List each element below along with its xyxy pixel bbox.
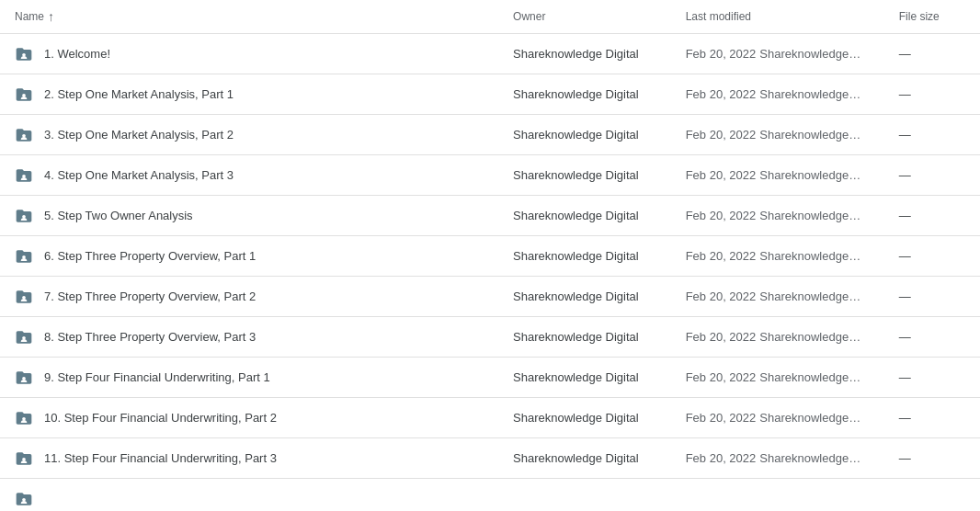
file-name: 1. Welcome! bbox=[44, 47, 110, 61]
modified-date: Feb 20, 2022 bbox=[686, 451, 757, 465]
modified-by: Shareknowledge ... bbox=[759, 47, 860, 61]
file-name: 11. Step Four Financial Underwriting, Pa… bbox=[44, 451, 277, 465]
table-row[interactable] bbox=[0, 479, 980, 512]
shared-folder-icon bbox=[15, 490, 33, 508]
name-cell: 5. Step Two Owner Analysis bbox=[0, 196, 498, 236]
owner-cell: Shareknowledge Digital bbox=[498, 438, 671, 479]
modified-by: Shareknowledge ... bbox=[759, 209, 860, 222]
size-cell: — bbox=[884, 196, 980, 236]
owner-column-header[interactable]: Owner bbox=[498, 0, 671, 34]
owner-cell: Shareknowledge Digital bbox=[498, 277, 671, 317]
modified-by: Shareknowledge ... bbox=[759, 168, 860, 182]
name-cell: 3. Step One Market Analysis, Part 2 bbox=[0, 115, 498, 155]
size-cell: — bbox=[884, 236, 980, 277]
owner-cell: Shareknowledge Digital bbox=[498, 115, 671, 155]
name-cell: 7. Step Three Property Overview, Part 2 bbox=[0, 277, 498, 317]
shared-folder-icon bbox=[15, 85, 33, 104]
name-cell: 4. Step One Market Analysis, Part 3 bbox=[0, 155, 498, 196]
shared-folder-icon bbox=[15, 409, 33, 427]
modified-by: Shareknowledge ... bbox=[759, 411, 860, 425]
name-cell: 8. Step Three Property Overview, Part 3 bbox=[0, 317, 498, 358]
modified-cell: Feb 20, 2022Shareknowledge ... bbox=[671, 155, 884, 196]
name-cell: 11. Step Four Financial Underwriting, Pa… bbox=[0, 438, 498, 479]
modified-date: Feb 20, 2022 bbox=[686, 209, 757, 222]
name-cell: 2. Step One Market Analysis, Part 1 bbox=[0, 74, 498, 115]
modified-cell: Feb 20, 2022Shareknowledge ... bbox=[671, 358, 884, 398]
file-list-table: Name ↑ Owner Last modified File size 1. … bbox=[0, 0, 980, 511]
owner-cell: Shareknowledge Digital bbox=[498, 34, 671, 74]
file-name: 10. Step Four Financial Underwriting, Pa… bbox=[44, 411, 277, 425]
table-row[interactable]: 6. Step Three Property Overview, Part 1S… bbox=[0, 236, 980, 277]
owner-cell: Shareknowledge Digital bbox=[498, 74, 671, 115]
shared-folder-icon bbox=[15, 126, 33, 144]
owner-cell: Shareknowledge Digital bbox=[498, 196, 671, 236]
shared-folder-icon bbox=[15, 166, 33, 185]
size-cell: — bbox=[884, 358, 980, 398]
modified-cell: Feb 20, 2022Shareknowledge ... bbox=[671, 438, 884, 479]
modified-cell: Feb 20, 2022Shareknowledge ... bbox=[671, 74, 884, 115]
name-cell bbox=[0, 479, 498, 512]
modified-by: Shareknowledge ... bbox=[759, 128, 860, 142]
name-cell: 9. Step Four Financial Underwriting, Par… bbox=[0, 358, 498, 398]
name-cell: 10. Step Four Financial Underwriting, Pa… bbox=[0, 398, 498, 438]
name-cell: 1. Welcome! bbox=[0, 34, 498, 74]
modified-cell bbox=[671, 479, 884, 512]
table-row[interactable]: 10. Step Four Financial Underwriting, Pa… bbox=[0, 398, 980, 438]
size-cell: — bbox=[884, 155, 980, 196]
table-row[interactable]: 9. Step Four Financial Underwriting, Par… bbox=[0, 358, 980, 398]
table-row[interactable]: 3. Step One Market Analysis, Part 2Share… bbox=[0, 115, 980, 155]
table-row[interactable]: 1. Welcome!Shareknowledge DigitalFeb 20,… bbox=[0, 34, 980, 74]
name-column-header[interactable]: Name ↑ bbox=[0, 0, 498, 34]
table-row[interactable]: 11. Step Four Financial Underwriting, Pa… bbox=[0, 438, 980, 479]
modified-by: Shareknowledge ... bbox=[759, 330, 860, 344]
owner-cell: Shareknowledge Digital bbox=[498, 236, 671, 277]
shared-folder-icon bbox=[15, 369, 33, 387]
last-modified-column-header[interactable]: Last modified bbox=[671, 0, 884, 34]
table-row[interactable]: 8. Step Three Property Overview, Part 3S… bbox=[0, 317, 980, 358]
modified-date: Feb 20, 2022 bbox=[686, 290, 757, 303]
modified-cell: Feb 20, 2022Shareknowledge ... bbox=[671, 277, 884, 317]
size-cell: — bbox=[884, 317, 980, 358]
size-cell: — bbox=[884, 115, 980, 155]
shared-folder-icon bbox=[15, 207, 33, 225]
sort-ascending-icon: ↑ bbox=[48, 9, 54, 24]
shared-folder-icon bbox=[15, 449, 33, 468]
file-name: 6. Step Three Property Overview, Part 1 bbox=[44, 249, 256, 263]
modified-date: Feb 20, 2022 bbox=[686, 411, 757, 425]
modified-by: Shareknowledge ... bbox=[759, 87, 860, 101]
file-name: 8. Step Three Property Overview, Part 3 bbox=[44, 330, 256, 344]
file-name: 2. Step One Market Analysis, Part 1 bbox=[44, 87, 234, 101]
size-cell bbox=[884, 479, 980, 512]
table-row[interactable]: 2. Step One Market Analysis, Part 1Share… bbox=[0, 74, 980, 115]
modified-cell: Feb 20, 2022Shareknowledge ... bbox=[671, 236, 884, 277]
size-cell: — bbox=[884, 438, 980, 479]
shared-folder-icon bbox=[15, 288, 33, 306]
modified-cell: Feb 20, 2022Shareknowledge ... bbox=[671, 34, 884, 74]
table-row[interactable]: 7. Step Three Property Overview, Part 2S… bbox=[0, 277, 980, 317]
file-size-column-header[interactable]: File size bbox=[884, 0, 980, 34]
size-cell: — bbox=[884, 277, 980, 317]
modified-cell: Feb 20, 2022Shareknowledge ... bbox=[671, 196, 884, 236]
modified-date: Feb 20, 2022 bbox=[686, 249, 757, 263]
modified-by: Shareknowledge ... bbox=[759, 249, 860, 263]
file-name: 7. Step Three Property Overview, Part 2 bbox=[44, 290, 256, 303]
modified-date: Feb 20, 2022 bbox=[686, 168, 757, 182]
shared-folder-icon bbox=[15, 247, 33, 266]
modified-by: Shareknowledge ... bbox=[759, 370, 860, 384]
modified-by: Shareknowledge ... bbox=[759, 290, 860, 303]
file-name: 3. Step One Market Analysis, Part 2 bbox=[44, 128, 234, 142]
table-row[interactable]: 5. Step Two Owner AnalysisShareknowledge… bbox=[0, 196, 980, 236]
file-name: 9. Step Four Financial Underwriting, Par… bbox=[44, 370, 270, 384]
name-cell: 6. Step Three Property Overview, Part 1 bbox=[0, 236, 498, 277]
modified-date: Feb 20, 2022 bbox=[686, 370, 757, 384]
size-cell: — bbox=[884, 74, 980, 115]
modified-cell: Feb 20, 2022Shareknowledge ... bbox=[671, 115, 884, 155]
modified-cell: Feb 20, 2022Shareknowledge ... bbox=[671, 317, 884, 358]
modified-date: Feb 20, 2022 bbox=[686, 87, 757, 101]
modified-date: Feb 20, 2022 bbox=[686, 47, 757, 61]
table-row[interactable]: 4. Step One Market Analysis, Part 3Share… bbox=[0, 155, 980, 196]
file-name: 5. Step Two Owner Analysis bbox=[44, 209, 193, 222]
name-header-label: Name bbox=[15, 10, 44, 23]
owner-cell: Shareknowledge Digital bbox=[498, 398, 671, 438]
modified-by: Shareknowledge ... bbox=[759, 451, 860, 465]
